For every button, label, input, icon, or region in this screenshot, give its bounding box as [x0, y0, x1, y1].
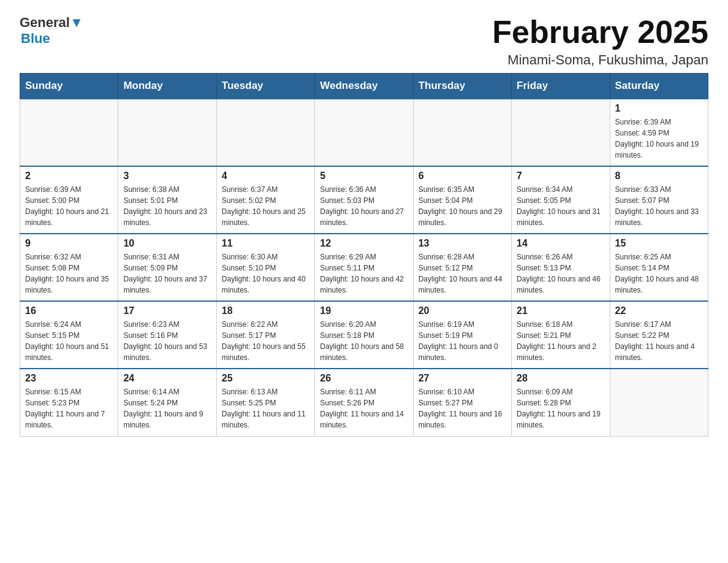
calendar-cell: 22Sunrise: 6:17 AMSunset: 5:22 PMDayligh… [610, 301, 708, 369]
day-info: Sunrise: 6:31 AMSunset: 5:09 PMDaylight:… [123, 251, 211, 296]
day-info: Sunrise: 6:39 AMSunset: 5:00 PMDaylight:… [25, 184, 113, 228]
calendar-cell [610, 369, 708, 436]
calendar-cell: 15Sunrise: 6:25 AMSunset: 5:14 PMDayligh… [610, 234, 708, 301]
day-number: 21 [517, 305, 604, 316]
calendar-cell: 11Sunrise: 6:30 AMSunset: 5:10 PMDayligh… [216, 234, 314, 301]
calendar-cell: 17Sunrise: 6:23 AMSunset: 5:16 PMDayligh… [118, 301, 216, 369]
day-info: Sunrise: 6:24 AMSunset: 5:15 PMDaylight:… [25, 319, 113, 363]
header-monday: Monday [118, 74, 216, 99]
day-info: Sunrise: 6:35 AMSunset: 5:04 PMDaylight:… [419, 184, 506, 228]
header-friday: Friday [512, 74, 610, 99]
day-number: 18 [222, 305, 309, 316]
day-info: Sunrise: 6:26 AMSunset: 5:13 PMDaylight:… [517, 251, 604, 296]
calendar-cell: 21Sunrise: 6:18 AMSunset: 5:21 PMDayligh… [512, 301, 610, 369]
day-number: 12 [320, 238, 408, 249]
calendar-cell [512, 99, 610, 166]
week-row-0: 1Sunrise: 6:39 AMSunset: 4:59 PMDaylight… [20, 99, 708, 166]
day-number: 15 [615, 238, 703, 249]
logo-text: General▼ Blue [20, 15, 83, 47]
calendar-cell: 14Sunrise: 6:26 AMSunset: 5:13 PMDayligh… [512, 234, 610, 301]
calendar-cell: 25Sunrise: 6:13 AMSunset: 5:25 PMDayligh… [216, 369, 314, 436]
day-number: 10 [123, 238, 211, 249]
day-number: 2 [25, 170, 113, 182]
day-number: 25 [222, 373, 309, 384]
calendar-cell: 19Sunrise: 6:20 AMSunset: 5:18 PMDayligh… [315, 301, 413, 369]
day-info: Sunrise: 6:29 AMSunset: 5:11 PMDaylight:… [320, 251, 408, 296]
day-number: 14 [517, 238, 604, 249]
day-number: 5 [320, 170, 408, 182]
day-number: 17 [123, 305, 211, 316]
calendar-title: February 2025 [492, 15, 708, 50]
logo: General▼ Blue [20, 15, 83, 47]
calendar-cell: 12Sunrise: 6:29 AMSunset: 5:11 PMDayligh… [315, 234, 413, 301]
day-number: 27 [419, 373, 506, 384]
calendar-subtitle: Minami-Soma, Fukushima, Japan [492, 52, 708, 68]
day-info: Sunrise: 6:38 AMSunset: 5:01 PMDaylight:… [123, 184, 211, 228]
day-number: 6 [419, 170, 506, 182]
day-number: 26 [320, 373, 408, 384]
calendar-cell: 1Sunrise: 6:39 AMSunset: 4:59 PMDaylight… [610, 99, 708, 166]
calendar-cell: 6Sunrise: 6:35 AMSunset: 5:04 PMDaylight… [413, 166, 511, 234]
day-info: Sunrise: 6:10 AMSunset: 5:27 PMDaylight:… [419, 386, 506, 431]
calendar-cell: 8Sunrise: 6:33 AMSunset: 5:07 PMDaylight… [610, 166, 708, 234]
calendar-cell [20, 99, 118, 166]
day-info: Sunrise: 6:23 AMSunset: 5:16 PMDaylight:… [123, 319, 211, 363]
day-info: Sunrise: 6:15 AMSunset: 5:23 PMDaylight:… [25, 386, 113, 431]
calendar-cell: 9Sunrise: 6:32 AMSunset: 5:08 PMDaylight… [20, 234, 118, 301]
header-sunday: Sunday [20, 74, 118, 99]
calendar-cell [315, 99, 413, 166]
day-info: Sunrise: 6:34 AMSunset: 5:05 PMDaylight:… [517, 184, 604, 228]
week-row-4: 23Sunrise: 6:15 AMSunset: 5:23 PMDayligh… [20, 369, 708, 436]
calendar-cell: 24Sunrise: 6:14 AMSunset: 5:24 PMDayligh… [118, 369, 216, 436]
week-row-3: 16Sunrise: 6:24 AMSunset: 5:15 PMDayligh… [20, 301, 708, 369]
calendar-cell [216, 99, 314, 166]
calendar-cell: 7Sunrise: 6:34 AMSunset: 5:05 PMDaylight… [512, 166, 610, 234]
day-info: Sunrise: 6:25 AMSunset: 5:14 PMDaylight:… [615, 251, 703, 296]
day-info: Sunrise: 6:33 AMSunset: 5:07 PMDaylight:… [615, 184, 703, 228]
calendar-cell: 26Sunrise: 6:11 AMSunset: 5:26 PMDayligh… [315, 369, 413, 436]
weekday-header-row: Sunday Monday Tuesday Wednesday Thursday… [20, 74, 708, 99]
calendar-cell: 18Sunrise: 6:22 AMSunset: 5:17 PMDayligh… [216, 301, 314, 369]
calendar-cell [413, 99, 511, 166]
calendar-cell: 16Sunrise: 6:24 AMSunset: 5:15 PMDayligh… [20, 301, 118, 369]
header-wednesday: Wednesday [315, 74, 413, 99]
calendar-cell: 5Sunrise: 6:36 AMSunset: 5:03 PMDaylight… [315, 166, 413, 234]
day-info: Sunrise: 6:37 AMSunset: 5:02 PMDaylight:… [222, 184, 309, 228]
calendar-cell: 10Sunrise: 6:31 AMSunset: 5:09 PMDayligh… [118, 234, 216, 301]
calendar-cell: 28Sunrise: 6:09 AMSunset: 5:28 PMDayligh… [512, 369, 610, 436]
day-number: 9 [25, 238, 113, 249]
calendar-table: Sunday Monday Tuesday Wednesday Thursday… [20, 73, 708, 437]
day-info: Sunrise: 6:18 AMSunset: 5:21 PMDaylight:… [517, 319, 604, 363]
calendar-cell: 20Sunrise: 6:19 AMSunset: 5:19 PMDayligh… [413, 301, 511, 369]
header-thursday: Thursday [413, 74, 511, 99]
calendar-cell: 3Sunrise: 6:38 AMSunset: 5:01 PMDaylight… [118, 166, 216, 234]
day-number: 7 [517, 170, 604, 182]
day-number: 13 [419, 238, 506, 249]
page-header: General▼ Blue February 2025 Minami-Soma,… [20, 15, 708, 68]
day-info: Sunrise: 6:09 AMSunset: 5:28 PMDaylight:… [517, 386, 604, 431]
day-info: Sunrise: 6:17 AMSunset: 5:22 PMDaylight:… [615, 319, 703, 363]
week-row-2: 9Sunrise: 6:32 AMSunset: 5:08 PMDaylight… [20, 234, 708, 301]
day-number: 3 [123, 170, 211, 182]
day-info: Sunrise: 6:39 AMSunset: 4:59 PMDaylight:… [615, 117, 703, 161]
day-number: 4 [222, 170, 309, 182]
day-info: Sunrise: 6:13 AMSunset: 5:25 PMDaylight:… [222, 386, 309, 431]
day-info: Sunrise: 6:19 AMSunset: 5:19 PMDaylight:… [419, 319, 506, 363]
calendar-cell: 23Sunrise: 6:15 AMSunset: 5:23 PMDayligh… [20, 369, 118, 436]
logo-arrow-icon: ▼ [70, 15, 83, 30]
calendar-cell: 13Sunrise: 6:28 AMSunset: 5:12 PMDayligh… [413, 234, 511, 301]
day-number: 1 [615, 103, 703, 114]
week-row-1: 2Sunrise: 6:39 AMSunset: 5:00 PMDaylight… [20, 166, 708, 234]
calendar-cell [118, 99, 216, 166]
day-info: Sunrise: 6:32 AMSunset: 5:08 PMDaylight:… [25, 251, 113, 296]
day-number: 19 [320, 305, 408, 316]
calendar-cell: 2Sunrise: 6:39 AMSunset: 5:00 PMDaylight… [20, 166, 118, 234]
day-info: Sunrise: 6:14 AMSunset: 5:24 PMDaylight:… [123, 386, 211, 431]
day-info: Sunrise: 6:28 AMSunset: 5:12 PMDaylight:… [419, 251, 506, 296]
day-number: 20 [419, 305, 506, 316]
day-number: 24 [123, 373, 211, 384]
calendar-cell: 27Sunrise: 6:10 AMSunset: 5:27 PMDayligh… [413, 369, 511, 436]
day-number: 11 [222, 238, 309, 249]
day-number: 23 [25, 373, 113, 384]
day-number: 22 [615, 305, 703, 316]
